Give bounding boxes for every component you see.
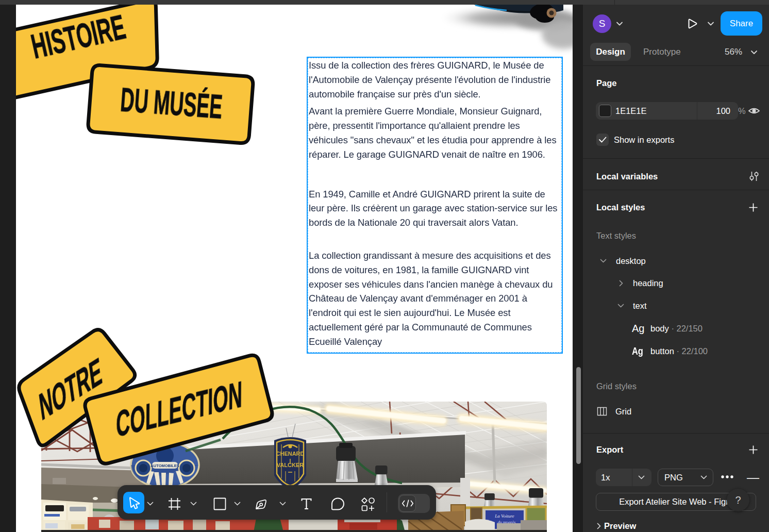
svg-text:DU MUSÉE: DU MUSÉE xyxy=(119,81,224,126)
